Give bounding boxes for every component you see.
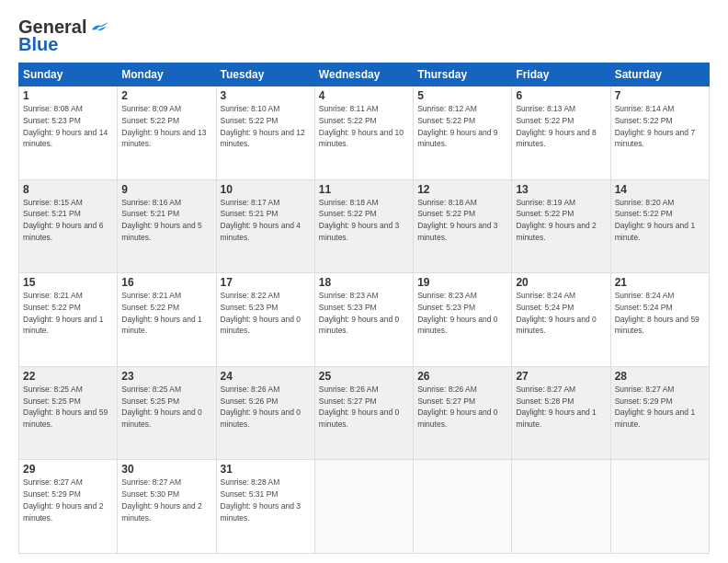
logo: General Blue <box>18 17 108 55</box>
col-sunday: Sunday <box>19 63 118 86</box>
table-row: 31Sunrise: 8:28 AMSunset: 5:31 PMDayligh… <box>216 460 314 554</box>
day-number: 31 <box>221 463 311 476</box>
table-row: 27Sunrise: 8:27 AMSunset: 5:28 PMDayligh… <box>512 366 610 460</box>
day-number: 18 <box>319 276 409 289</box>
day-detail: Sunrise: 8:26 AMSunset: 5:26 PMDaylight:… <box>221 385 301 429</box>
col-monday: Monday <box>118 63 216 86</box>
day-detail: Sunrise: 8:20 AMSunset: 5:22 PMDaylight:… <box>615 198 695 242</box>
day-detail: Sunrise: 8:23 AMSunset: 5:23 PMDaylight:… <box>417 291 497 335</box>
day-detail: Sunrise: 8:25 AMSunset: 5:25 PMDaylight:… <box>23 385 108 429</box>
day-number: 1 <box>23 89 113 102</box>
day-number: 12 <box>417 183 507 196</box>
day-number: 5 <box>417 89 507 102</box>
table-row: 18Sunrise: 8:23 AMSunset: 5:23 PMDayligh… <box>314 273 413 367</box>
day-detail: Sunrise: 8:22 AMSunset: 5:23 PMDaylight:… <box>221 291 301 335</box>
day-number: 8 <box>23 183 113 196</box>
day-number: 13 <box>516 183 606 196</box>
table-row: 7Sunrise: 8:14 AMSunset: 5:22 PMDaylight… <box>610 86 709 180</box>
day-number: 11 <box>319 183 409 196</box>
table-row: 26Sunrise: 8:26 AMSunset: 5:27 PMDayligh… <box>414 366 512 460</box>
day-number: 21 <box>615 276 705 289</box>
day-detail: Sunrise: 8:09 AMSunset: 5:22 PMDaylight:… <box>121 104 206 148</box>
day-number: 2 <box>121 89 211 102</box>
table-row: 9Sunrise: 8:16 AMSunset: 5:21 PMDaylight… <box>118 179 216 273</box>
day-number: 7 <box>615 89 705 102</box>
day-detail: Sunrise: 8:11 AMSunset: 5:22 PMDaylight:… <box>319 104 404 148</box>
table-row: 16Sunrise: 8:21 AMSunset: 5:22 PMDayligh… <box>118 273 216 367</box>
table-row: 11Sunrise: 8:18 AMSunset: 5:22 PMDayligh… <box>314 179 413 273</box>
day-number: 19 <box>417 276 507 289</box>
table-row: 13Sunrise: 8:19 AMSunset: 5:22 PMDayligh… <box>512 179 610 273</box>
day-detail: Sunrise: 8:19 AMSunset: 5:22 PMDaylight:… <box>516 198 596 242</box>
logo-blue: Blue <box>18 34 58 55</box>
table-row: 15Sunrise: 8:21 AMSunset: 5:22 PMDayligh… <box>19 273 118 367</box>
calendar-week-row: 15Sunrise: 8:21 AMSunset: 5:22 PMDayligh… <box>19 273 710 367</box>
calendar-week-row: 22Sunrise: 8:25 AMSunset: 5:25 PMDayligh… <box>19 366 710 460</box>
calendar-week-row: 8Sunrise: 8:15 AMSunset: 5:21 PMDaylight… <box>19 179 710 273</box>
table-row: 30Sunrise: 8:27 AMSunset: 5:30 PMDayligh… <box>118 460 216 554</box>
calendar-header-row: Sunday Monday Tuesday Wednesday Thursday… <box>19 63 710 86</box>
day-detail: Sunrise: 8:18 AMSunset: 5:22 PMDaylight:… <box>417 198 497 242</box>
header: General Blue <box>18 17 710 55</box>
col-tuesday: Tuesday <box>216 63 314 86</box>
page: General Blue Sunday Monday Tuesday Wedne… <box>0 0 728 563</box>
table-row <box>610 460 709 554</box>
day-detail: Sunrise: 8:24 AMSunset: 5:24 PMDaylight:… <box>615 291 700 335</box>
day-number: 24 <box>221 370 311 383</box>
day-detail: Sunrise: 8:15 AMSunset: 5:21 PMDaylight:… <box>23 198 103 242</box>
day-detail: Sunrise: 8:13 AMSunset: 5:22 PMDaylight:… <box>516 104 596 148</box>
day-detail: Sunrise: 8:17 AMSunset: 5:21 PMDaylight:… <box>221 198 301 242</box>
day-detail: Sunrise: 8:18 AMSunset: 5:22 PMDaylight:… <box>319 198 399 242</box>
calendar-table: Sunday Monday Tuesday Wednesday Thursday… <box>18 63 710 554</box>
day-number: 10 <box>221 183 311 196</box>
table-row: 1Sunrise: 8:08 AMSunset: 5:23 PMDaylight… <box>19 86 118 180</box>
day-number: 17 <box>221 276 311 289</box>
col-thursday: Thursday <box>414 63 512 86</box>
table-row <box>314 460 413 554</box>
table-row: 22Sunrise: 8:25 AMSunset: 5:25 PMDayligh… <box>19 366 118 460</box>
day-detail: Sunrise: 8:10 AMSunset: 5:22 PMDaylight:… <box>221 104 305 148</box>
day-number: 9 <box>121 183 211 196</box>
day-detail: Sunrise: 8:14 AMSunset: 5:22 PMDaylight:… <box>615 104 695 148</box>
day-detail: Sunrise: 8:27 AMSunset: 5:28 PMDaylight:… <box>516 385 596 429</box>
day-detail: Sunrise: 8:27 AMSunset: 5:29 PMDaylight:… <box>615 385 695 429</box>
col-saturday: Saturday <box>610 63 709 86</box>
day-detail: Sunrise: 8:21 AMSunset: 5:22 PMDaylight:… <box>121 291 201 335</box>
table-row: 20Sunrise: 8:24 AMSunset: 5:24 PMDayligh… <box>512 273 610 367</box>
day-number: 22 <box>23 370 113 383</box>
day-detail: Sunrise: 8:27 AMSunset: 5:30 PMDaylight:… <box>121 477 201 522</box>
day-number: 29 <box>23 463 113 476</box>
calendar-week-row: 1Sunrise: 8:08 AMSunset: 5:23 PMDaylight… <box>19 86 710 180</box>
day-detail: Sunrise: 8:26 AMSunset: 5:27 PMDaylight:… <box>319 385 399 429</box>
table-row: 3Sunrise: 8:10 AMSunset: 5:22 PMDaylight… <box>216 86 314 180</box>
table-row: 10Sunrise: 8:17 AMSunset: 5:21 PMDayligh… <box>216 179 314 273</box>
day-detail: Sunrise: 8:21 AMSunset: 5:22 PMDaylight:… <box>23 291 103 335</box>
table-row: 25Sunrise: 8:26 AMSunset: 5:27 PMDayligh… <box>314 366 413 460</box>
day-number: 6 <box>516 89 606 102</box>
day-detail: Sunrise: 8:27 AMSunset: 5:29 PMDaylight:… <box>23 477 103 522</box>
table-row <box>512 460 610 554</box>
table-row: 23Sunrise: 8:25 AMSunset: 5:25 PMDayligh… <box>118 366 216 460</box>
logo-bird-icon <box>88 22 108 35</box>
table-row: 24Sunrise: 8:26 AMSunset: 5:26 PMDayligh… <box>216 366 314 460</box>
col-friday: Friday <box>512 63 610 86</box>
day-number: 3 <box>221 89 311 102</box>
table-row: 21Sunrise: 8:24 AMSunset: 5:24 PMDayligh… <box>610 273 709 367</box>
table-row <box>414 460 512 554</box>
table-row: 17Sunrise: 8:22 AMSunset: 5:23 PMDayligh… <box>216 273 314 367</box>
day-number: 16 <box>121 276 211 289</box>
col-wednesday: Wednesday <box>314 63 413 86</box>
table-row: 5Sunrise: 8:12 AMSunset: 5:22 PMDaylight… <box>414 86 512 180</box>
table-row: 28Sunrise: 8:27 AMSunset: 5:29 PMDayligh… <box>610 366 709 460</box>
day-detail: Sunrise: 8:25 AMSunset: 5:25 PMDaylight:… <box>121 385 201 429</box>
day-number: 15 <box>23 276 113 289</box>
day-detail: Sunrise: 8:08 AMSunset: 5:23 PMDaylight:… <box>23 104 108 148</box>
day-number: 30 <box>121 463 211 476</box>
day-detail: Sunrise: 8:26 AMSunset: 5:27 PMDaylight:… <box>417 385 497 429</box>
day-number: 28 <box>615 370 705 383</box>
day-detail: Sunrise: 8:23 AMSunset: 5:23 PMDaylight:… <box>319 291 399 335</box>
table-row: 14Sunrise: 8:20 AMSunset: 5:22 PMDayligh… <box>610 179 709 273</box>
table-row: 8Sunrise: 8:15 AMSunset: 5:21 PMDaylight… <box>19 179 118 273</box>
day-number: 25 <box>319 370 409 383</box>
table-row: 12Sunrise: 8:18 AMSunset: 5:22 PMDayligh… <box>414 179 512 273</box>
